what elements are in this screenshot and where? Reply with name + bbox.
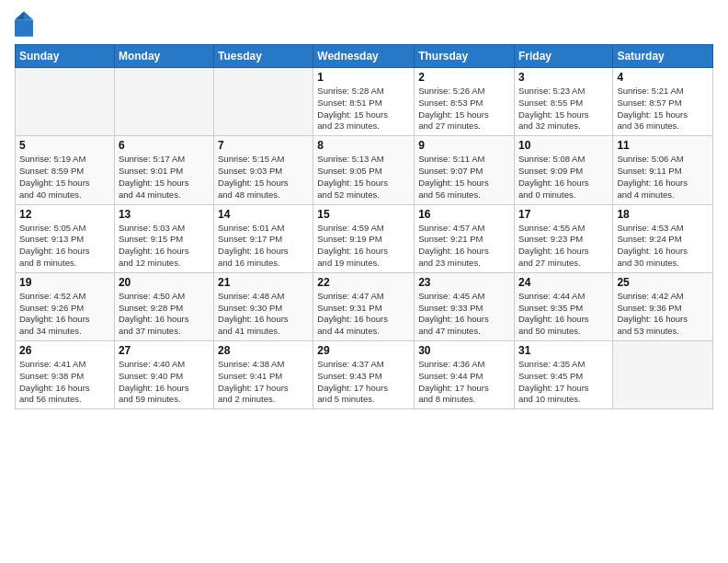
day-number: 2 [418, 71, 510, 84]
day-cell: 1Sunrise: 5:28 AM Sunset: 8:51 PM Daylig… [313, 68, 415, 136]
day-number: 27 [119, 344, 210, 357]
day-cell: 4Sunrise: 5:21 AM Sunset: 8:57 PM Daylig… [613, 68, 713, 136]
day-info: Sunrise: 5:03 AM Sunset: 9:15 PM Dayligh… [119, 223, 210, 270]
page: SundayMondayTuesdayWednesdayThursdayFrid… [0, 0, 728, 563]
header-thursday: Thursday [415, 45, 515, 68]
day-info: Sunrise: 4:52 AM Sunset: 9:26 PM Dayligh… [19, 291, 110, 338]
day-number: 5 [19, 139, 110, 152]
day-cell: 2Sunrise: 5:26 AM Sunset: 8:53 PM Daylig… [415, 68, 515, 136]
day-number: 10 [518, 139, 609, 152]
day-info: Sunrise: 4:53 AM Sunset: 9:24 PM Dayligh… [617, 223, 709, 270]
day-cell: 25Sunrise: 4:42 AM Sunset: 9:36 PM Dayli… [613, 272, 713, 340]
day-cell: 29Sunrise: 4:37 AM Sunset: 9:43 PM Dayli… [313, 341, 415, 409]
day-number: 21 [218, 276, 309, 289]
day-cell: 10Sunrise: 5:08 AM Sunset: 9:09 PM Dayli… [514, 136, 612, 204]
day-number: 22 [317, 276, 410, 289]
svg-rect-1 [15, 19, 33, 36]
day-cell [613, 341, 713, 409]
day-cell: 13Sunrise: 5:03 AM Sunset: 9:15 PM Dayli… [114, 204, 213, 272]
day-number: 31 [518, 344, 609, 357]
svg-marker-2 [15, 11, 24, 19]
header-friday: Friday [514, 45, 612, 68]
day-number: 15 [317, 208, 410, 221]
week-row-2: 5Sunrise: 5:19 AM Sunset: 8:59 PM Daylig… [16, 136, 713, 204]
day-cell: 26Sunrise: 4:41 AM Sunset: 9:38 PM Dayli… [16, 341, 115, 409]
header-saturday: Saturday [613, 45, 713, 68]
day-cell: 6Sunrise: 5:17 AM Sunset: 9:01 PM Daylig… [114, 136, 213, 204]
day-number: 11 [617, 139, 709, 152]
day-number: 18 [617, 208, 709, 221]
day-info: Sunrise: 4:48 AM Sunset: 9:30 PM Dayligh… [218, 291, 309, 338]
day-info: Sunrise: 5:05 AM Sunset: 9:13 PM Dayligh… [19, 223, 110, 270]
day-number: 24 [518, 276, 609, 289]
day-number: 19 [19, 276, 110, 289]
day-info: Sunrise: 4:59 AM Sunset: 9:19 PM Dayligh… [317, 223, 410, 270]
day-number: 9 [418, 139, 510, 152]
day-info: Sunrise: 5:19 AM Sunset: 8:59 PM Dayligh… [19, 154, 110, 201]
day-cell: 28Sunrise: 4:38 AM Sunset: 9:41 PM Dayli… [214, 341, 313, 409]
day-number: 17 [518, 208, 609, 221]
header-tuesday: Tuesday [214, 45, 313, 68]
day-info: Sunrise: 5:08 AM Sunset: 9:09 PM Dayligh… [518, 154, 609, 201]
day-info: Sunrise: 5:01 AM Sunset: 9:17 PM Dayligh… [218, 223, 309, 270]
day-cell: 8Sunrise: 5:13 AM Sunset: 9:05 PM Daylig… [313, 136, 415, 204]
day-info: Sunrise: 5:17 AM Sunset: 9:01 PM Dayligh… [119, 154, 210, 201]
day-cell: 21Sunrise: 4:48 AM Sunset: 9:30 PM Dayli… [214, 272, 313, 340]
week-row-1: 1Sunrise: 5:28 AM Sunset: 8:51 PM Daylig… [16, 68, 713, 136]
header [15, 11, 713, 37]
header-monday: Monday [114, 45, 213, 68]
day-number: 6 [119, 139, 210, 152]
day-number: 1 [317, 71, 410, 84]
day-cell: 16Sunrise: 4:57 AM Sunset: 9:21 PM Dayli… [415, 204, 515, 272]
day-info: Sunrise: 4:50 AM Sunset: 9:28 PM Dayligh… [119, 291, 210, 338]
day-number: 3 [518, 71, 609, 84]
logo [15, 11, 36, 37]
day-info: Sunrise: 5:06 AM Sunset: 9:11 PM Dayligh… [617, 154, 709, 201]
day-number: 29 [317, 344, 410, 357]
day-cell: 30Sunrise: 4:36 AM Sunset: 9:44 PM Dayli… [415, 341, 515, 409]
day-cell: 11Sunrise: 5:06 AM Sunset: 9:11 PM Dayli… [613, 136, 713, 204]
day-cell: 22Sunrise: 4:47 AM Sunset: 9:31 PM Dayli… [313, 272, 415, 340]
day-number: 14 [218, 208, 309, 221]
day-cell: 18Sunrise: 4:53 AM Sunset: 9:24 PM Dayli… [613, 204, 713, 272]
day-info: Sunrise: 5:21 AM Sunset: 8:57 PM Dayligh… [617, 86, 709, 132]
day-cell: 17Sunrise: 4:55 AM Sunset: 9:23 PM Dayli… [514, 204, 612, 272]
day-cell: 20Sunrise: 4:50 AM Sunset: 9:28 PM Dayli… [114, 272, 213, 340]
logo-icon [15, 11, 33, 37]
day-info: Sunrise: 5:11 AM Sunset: 9:07 PM Dayligh… [418, 154, 510, 201]
day-number: 12 [19, 208, 110, 221]
day-info: Sunrise: 5:28 AM Sunset: 8:51 PM Dayligh… [317, 86, 410, 132]
day-cell [114, 68, 213, 136]
day-cell: 12Sunrise: 5:05 AM Sunset: 9:13 PM Dayli… [16, 204, 115, 272]
day-info: Sunrise: 4:35 AM Sunset: 9:45 PM Dayligh… [518, 359, 609, 406]
day-cell: 23Sunrise: 4:45 AM Sunset: 9:33 PM Dayli… [415, 272, 515, 340]
day-number: 4 [617, 71, 709, 84]
day-cell: 19Sunrise: 4:52 AM Sunset: 9:26 PM Dayli… [16, 272, 115, 340]
day-number: 16 [418, 208, 510, 221]
day-cell: 27Sunrise: 4:40 AM Sunset: 9:40 PM Dayli… [114, 341, 213, 409]
calendar-header-row: SundayMondayTuesdayWednesdayThursdayFrid… [16, 45, 713, 68]
day-info: Sunrise: 4:38 AM Sunset: 9:41 PM Dayligh… [218, 359, 309, 406]
day-info: Sunrise: 5:13 AM Sunset: 9:05 PM Dayligh… [317, 154, 410, 201]
week-row-5: 26Sunrise: 4:41 AM Sunset: 9:38 PM Dayli… [16, 341, 713, 409]
day-cell: 14Sunrise: 5:01 AM Sunset: 9:17 PM Dayli… [214, 204, 313, 272]
day-number: 28 [218, 344, 309, 357]
day-info: Sunrise: 5:26 AM Sunset: 8:53 PM Dayligh… [418, 86, 510, 132]
week-row-4: 19Sunrise: 4:52 AM Sunset: 9:26 PM Dayli… [16, 272, 713, 340]
day-number: 23 [418, 276, 510, 289]
day-info: Sunrise: 4:55 AM Sunset: 9:23 PM Dayligh… [518, 223, 609, 270]
day-cell: 3Sunrise: 5:23 AM Sunset: 8:55 PM Daylig… [514, 68, 612, 136]
svg-marker-0 [24, 11, 33, 19]
day-info: Sunrise: 4:44 AM Sunset: 9:35 PM Dayligh… [518, 291, 609, 338]
day-info: Sunrise: 4:47 AM Sunset: 9:31 PM Dayligh… [317, 291, 410, 338]
day-cell: 24Sunrise: 4:44 AM Sunset: 9:35 PM Dayli… [514, 272, 612, 340]
day-info: Sunrise: 4:41 AM Sunset: 9:38 PM Dayligh… [19, 359, 110, 406]
day-number: 13 [119, 208, 210, 221]
day-info: Sunrise: 4:45 AM Sunset: 9:33 PM Dayligh… [418, 291, 510, 338]
day-cell: 7Sunrise: 5:15 AM Sunset: 9:03 PM Daylig… [214, 136, 313, 204]
day-cell: 9Sunrise: 5:11 AM Sunset: 9:07 PM Daylig… [415, 136, 515, 204]
day-cell [16, 68, 115, 136]
day-cell [214, 68, 313, 136]
day-cell: 31Sunrise: 4:35 AM Sunset: 9:45 PM Dayli… [514, 341, 612, 409]
week-row-3: 12Sunrise: 5:05 AM Sunset: 9:13 PM Dayli… [16, 204, 713, 272]
